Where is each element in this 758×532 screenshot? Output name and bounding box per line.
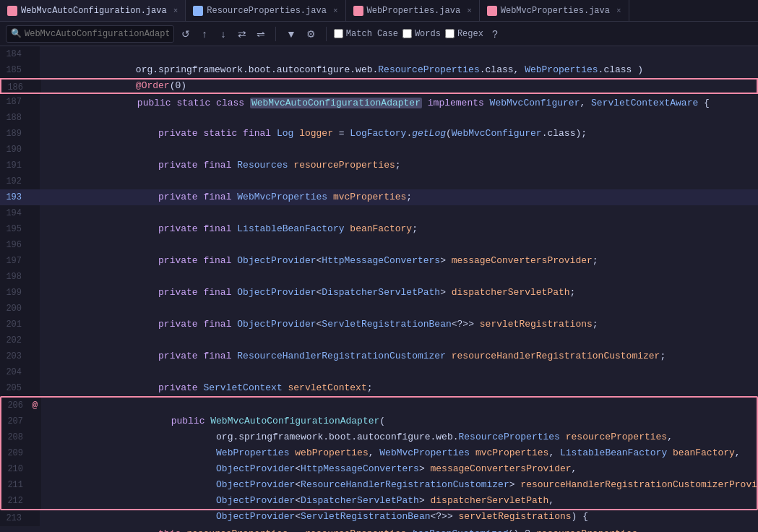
code-line-content[interactable]: org.springframework.boot.autoconfigure.w… [40,46,758,62]
code-line-content[interactable] [40,285,758,301]
code-line-content[interactable]: ObjectProvider<DispatcherServletPath> di… [41,477,757,493]
code-line-content[interactable] [40,317,758,332]
code-line-content[interactable] [40,380,758,396]
match-case-checkbox-label[interactable]: Match Case [334,29,398,39]
java-file-icon [7,6,17,16]
code-line-content[interactable]: ObjectProvider<HttpMessageConverters> me… [41,445,757,461]
regex-checkbox-label[interactable]: Regex [445,29,483,39]
line-icon [27,221,40,237]
match-case-checkbox[interactable] [334,29,343,38]
navigate-prev-button[interactable]: ↑ [197,25,212,43]
table-row: 211 ObjectProvider<DispatcherServletPath… [1,477,757,493]
line-number: 186 [1,80,29,93]
gutter: 188 [0,110,40,126]
table-row: 194 private final ListableBeanFactory be… [0,205,758,221]
java-file-icon [353,6,363,16]
table-row: 200 private final ObjectProvider<Servlet… [0,301,758,317]
code-line-content[interactable] [40,94,758,110]
line-icon [27,189,40,205]
tab-resourceproperties[interactable]: ResourceProperties.java × [186,0,345,22]
code-line-content[interactable]: private static final Log logger = LogFac… [40,110,758,126]
editor-scroll[interactable]: 184 org.springframework.boot.autoconfigu… [0,46,758,532]
search-input[interactable] [25,29,169,39]
gutter: 194 [0,205,40,221]
table-row: 206 @ public WebMvcAutoConfigurationAdap… [1,398,757,413]
toolbar-separator-2 [326,27,327,41]
tab-webmvcautoconfiguration[interactable]: WebMvcAutoConfiguration.java × [0,0,186,22]
search-icon: 🔍 [11,28,22,39]
line-icon [27,205,40,221]
line-icon: @ [29,398,41,413]
code-line-content[interactable]: private final ResourceHandlerRegistratio… [40,332,758,348]
words-checkbox[interactable] [402,29,412,38]
line-icon [27,237,40,253]
line-number: 193 [0,189,27,205]
line-icon [27,142,40,158]
tab-close-button[interactable]: × [333,7,338,15]
code-line-content[interactable] [40,253,758,269]
gutter: 192 [0,173,40,189]
table-row: 209 ObjectProvider<HttpMessageConverters… [1,445,757,461]
resource-file-icon [193,6,203,16]
code-line-content[interactable]: ObjectProvider<ResourceHandlerRegistrati… [41,461,758,477]
code-line-content[interactable]: private final Resources resourceProperti… [40,142,758,158]
code-line-content[interactable]: org.springframework.boot.autoconfigure.w… [41,413,757,429]
tab-close-button[interactable]: × [616,7,621,15]
tab-webproperties[interactable]: WebProperties.java × [346,0,480,22]
line-icon [27,62,40,78]
code-area: 184 org.springframework.boot.autoconfigu… [0,46,758,532]
table-row: 201 [0,317,758,332]
words-checkbox-label[interactable]: Words [402,29,441,39]
code-line-content[interactable]: public static class WebMvcAutoConfigurat… [41,80,757,93]
table-row: 193 [0,189,758,205]
navigate-back-button[interactable]: ↺ [178,25,193,43]
navigate-next-button[interactable]: ↓ [216,25,231,43]
tab-close-button[interactable]: × [467,7,472,15]
search-box[interactable]: 🔍 [6,25,174,43]
gutter: 213 [0,510,40,526]
line-number: 206 [1,398,29,413]
line-icon [27,301,40,317]
code-line-content[interactable]: private final WebMvcProperties mvcProper… [40,173,758,189]
replace-button[interactable]: ⇄ [235,25,249,43]
line-icon [27,510,40,526]
table-row: 197 [0,253,758,269]
replace-all-button[interactable]: ⇌ [254,25,268,43]
gutter: 208 [1,429,41,445]
code-line-content[interactable]: @Order(0) [40,62,758,78]
code-line-content[interactable]: private final ObjectProvider<DispatcherS… [40,269,758,285]
table-row: 189 [0,126,758,142]
code-line-content[interactable] [40,348,758,364]
gutter: 212 [1,493,41,509]
code-line-content[interactable]: private ServletContext servletContext; [40,364,758,380]
line-number: 201 [0,317,27,332]
line-number: 205 [0,380,27,396]
tab-close-button[interactable]: × [173,7,178,15]
editor[interactable]: 184 org.springframework.boot.autoconfigu… [0,46,758,532]
gutter: 207 [1,413,41,429]
code-line-content[interactable]: private final ObjectProvider<HttpMessage… [40,237,758,253]
toolbar: 🔍 ↺ ↑ ↓ ⇄ ⇌ ▼ ⚙ Match Case Words Regex ? [0,22,758,46]
code-line-content[interactable] [40,158,758,173]
tab-webmvcproperties[interactable]: WebMvcProperties.java × [480,0,629,22]
line-icon [29,80,41,93]
line-icon [27,126,40,142]
line-number: 189 [0,126,27,142]
code-line-content[interactable]: WebProperties webProperties, WebMvcPrope… [41,429,757,445]
regex-checkbox[interactable] [445,29,455,38]
settings-button[interactable]: ⚙ [303,25,319,43]
gutter: 185 [0,62,40,78]
code-line-content[interactable]: private final ListableBeanFactory beanFa… [40,205,758,221]
code-line-content[interactable] [40,189,758,205]
code-line-content[interactable]: public WebMvcAutoConfigurationAdapter( [41,398,757,413]
table-row: 192 private final WebMvcProperties mvcPr… [0,173,758,189]
code-line-content[interactable] [40,126,758,142]
table-row: 205 [0,380,758,396]
help-button[interactable]: ? [488,25,502,43]
filter-button[interactable]: ▼ [283,25,299,43]
code-line-content[interactable]: private final ObjectProvider<ServletRegi… [40,301,758,317]
line-number: 187 [0,94,27,110]
line-icon [27,285,40,301]
code-line-content[interactable]: ObjectProvider<ServletRegistrationBean<?… [41,493,757,509]
code-line-content[interactable] [40,221,758,237]
